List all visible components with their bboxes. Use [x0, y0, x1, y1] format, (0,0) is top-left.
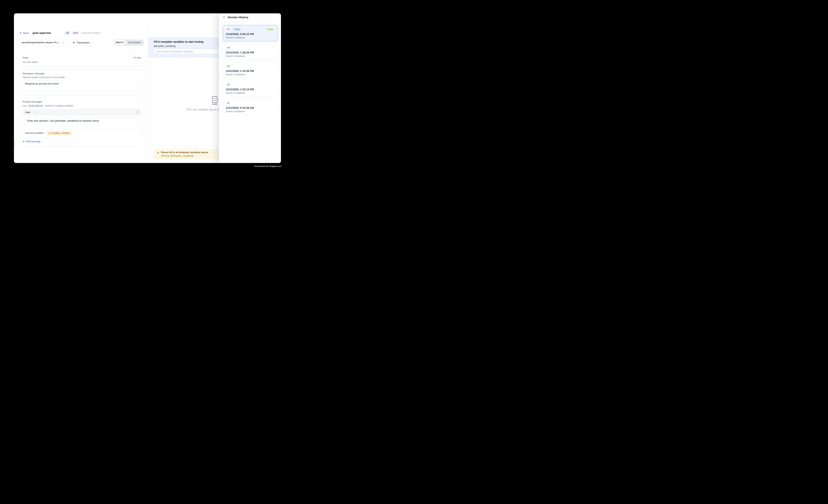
prompt-messages-card: Prompt messages Use {{variable}} syntax … [19, 97, 144, 146]
tools-card-header: Tools Add [23, 56, 141, 59]
plus-icon [134, 57, 136, 59]
version-list: v5 Latest Active 11/22/2025, 6:08:12 PM … [219, 21, 281, 115]
version-badge: v5 [65, 31, 70, 35]
latest-badge: Latest [232, 28, 241, 31]
model-toolbar: aws/anthropic/bedrock-claude-3-5-s... Pa… [19, 39, 144, 46]
prompt-messages-title: Prompt messages [23, 100, 141, 103]
syntax-hint-suffix: syntax for template variables [45, 104, 73, 107]
version-card-v5[interactable]: v5 Latest Active 11/22/2025, 6:08:12 PM … [223, 25, 278, 41]
message-role-select[interactable]: User [25, 111, 30, 114]
active-badge: Active [266, 28, 275, 31]
back-button[interactable]: Back [19, 32, 29, 35]
version-number-badge: v5 [225, 28, 231, 31]
bot-face-icon [211, 96, 219, 105]
format-option-dotprompt[interactable]: DOTPROMPT [126, 40, 143, 45]
add-tool-button[interactable]: Add [134, 56, 141, 59]
back-label: Back [23, 32, 29, 35]
warning-title: Please fill in all template variables ab… [161, 151, 208, 154]
version-storage-text: Saved to Database [225, 55, 275, 57]
version-timestamp: 11/21/2025, 1:33:56 PM [225, 70, 275, 73]
version-card-v2[interactable]: v2 11/21/2025, 1:33:19 PM Saved to Datab… [223, 80, 278, 97]
version-timestamp: 11/22/2025, 6:08:12 PM [225, 33, 275, 36]
developer-message-card: Developer message Optional system instru… [19, 69, 144, 95]
gear-icon [73, 41, 75, 44]
left-edge-tab[interactable] [14, 141, 15, 146]
model-select-value: aws/anthropic/bedrock-claude-3-5-s... [22, 41, 61, 44]
version-storage-text: Saved to Database [225, 92, 275, 94]
add-message-button[interactable]: Add message [23, 140, 41, 143]
developer-message-textarea[interactable]: Respond as you are tom cruise [23, 80, 141, 92]
message-body: Enter task specifics. Use {{template_var… [23, 115, 140, 137]
version-storage-text: Saved to Database [225, 73, 275, 76]
version-history-header: ✕ Version History [219, 13, 281, 21]
version-badges-row: v4 [225, 46, 275, 49]
template-variable-chip-label: template_variables [51, 132, 70, 134]
pencil-icon [48, 132, 50, 134]
resize-grip-icon[interactable] [136, 126, 137, 128]
version-history-title: Version History [228, 15, 248, 19]
draft-badge: Draft [72, 31, 79, 35]
developer-message-value: Respond as you are tom cruise [25, 82, 59, 85]
chevron-down-icon [62, 42, 65, 43]
page-header-row: Back jack-sparrow v5 Draft Unsaved chang… [19, 31, 144, 35]
version-badges-row: v2 [225, 83, 275, 86]
variable-syntax-chip: {{variable}} [28, 104, 44, 107]
version-history-panel: ✕ Version History v5 Latest Active 11/22… [219, 13, 281, 163]
detected-variables-label: Detected variables: [25, 132, 44, 134]
plus-icon [23, 140, 25, 142]
add-tool-label: Add [137, 56, 141, 59]
version-number-badge: v4 [225, 46, 231, 49]
developer-message-subtitle: Optional system instructions for the mod… [23, 76, 141, 79]
parameters-button[interactable]: Parameters [70, 39, 93, 46]
add-message-label: Add message [26, 140, 41, 143]
version-timestamp: 11/21/2025, 1:33:19 PM [225, 88, 275, 91]
version-timestamp: 11/21/2025, 9:16:39 AM [225, 106, 275, 109]
prompt-editor-column: Back jack-sparrow v5 Draft Unsaved chang… [14, 21, 148, 163]
model-select[interactable]: aws/anthropic/bedrock-claude-3-5-s... [19, 39, 67, 46]
version-card-v3[interactable]: v3 11/21/2025, 1:33:56 PM Saved to Datab… [223, 62, 278, 78]
version-card-v1[interactable]: v1 11/21/2025, 9:16:39 AM Saved to Datab… [223, 99, 278, 115]
message-header: User [23, 109, 140, 115]
tools-card: Tools Add No tools added [19, 54, 144, 67]
chevron-down-icon[interactable] [34, 112, 36, 113]
app-window: Back jack-sparrow v5 Draft Unsaved chang… [14, 13, 281, 163]
unsaved-changes-text: Unsaved changes [81, 32, 100, 34]
version-badges-row: v1 [225, 101, 275, 104]
detected-variables-row: Detected variables: template_variables [25, 131, 138, 135]
tools-title: Tools [23, 56, 28, 59]
message-block: User Enter task specifics. Use {{templat… [23, 109, 141, 137]
version-badges-row: v5 Latest Active [225, 28, 275, 31]
version-number-badge: v3 [225, 65, 231, 68]
format-option-pretty[interactable]: PRETTY [114, 40, 126, 45]
tools-empty-text: No tools added [23, 61, 141, 64]
arrow-left-icon [19, 32, 22, 34]
format-toggle: PRETTY DOTPROMPT [113, 40, 144, 46]
parameters-label: Parameters [77, 41, 90, 44]
template-variable-chip[interactable]: template_variables [46, 131, 72, 135]
syntax-hint: Use {{variable}} syntax for template var… [23, 104, 141, 107]
version-storage-text: Saved to Database [225, 36, 275, 39]
version-timestamp: 11/21/2025, 1:36:28 PM [225, 51, 275, 54]
message-value: Enter task specifics. Use {{template_var… [27, 119, 99, 122]
syntax-hint-prefix: Use [23, 104, 27, 107]
close-icon[interactable]: ✕ [223, 16, 225, 18]
resize-grip-icon[interactable] [138, 89, 140, 91]
developer-message-title: Developer message [23, 72, 141, 75]
version-badges-row: v3 [225, 65, 275, 68]
warning-triangle-icon [157, 151, 159, 154]
version-card-v4[interactable]: v4 11/21/2025, 1:36:28 PM Saved to Datab… [223, 43, 278, 60]
watermark-text: Screenshot by Xnapper.com [254, 165, 282, 167]
drag-handle-icon[interactable] [137, 111, 138, 114]
version-storage-text: Saved to Database [225, 110, 275, 113]
page-title: jack-sparrow [33, 31, 51, 35]
message-textarea[interactable]: Enter task specifics. Use {{template_var… [25, 118, 138, 129]
version-number-badge: v1 [225, 101, 231, 104]
version-number-badge: v2 [225, 83, 231, 86]
